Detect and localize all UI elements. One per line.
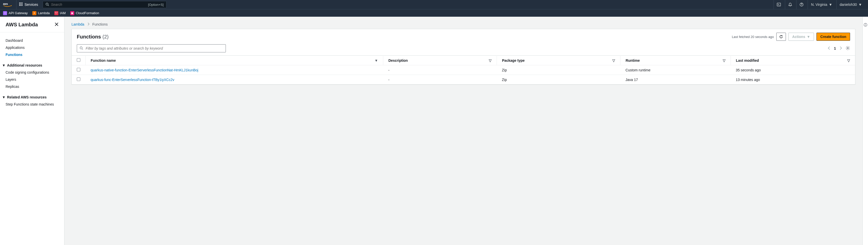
- user-label: danieloh30: [840, 3, 857, 7]
- svg-rect-6: [22, 4, 23, 5]
- cell-runtime: Java 17: [620, 75, 731, 84]
- favorite-label: CloudFormation: [76, 11, 99, 15]
- sort-icon[interactable]: ▼: [375, 58, 378, 62]
- favorite-iam[interactable]: 🛡 IAM: [54, 11, 66, 15]
- sort-icon[interactable]: ▽: [723, 58, 725, 62]
- svg-line-11: [48, 5, 49, 6]
- favorite-label: IAM: [60, 11, 66, 15]
- account-menu[interactable]: danieloh30 ▼: [836, 0, 865, 9]
- breadcrumb-current: Functions: [92, 22, 108, 26]
- nav-functions[interactable]: Functions: [5, 51, 59, 58]
- group-label-text: Related AWS resources: [7, 95, 47, 99]
- top-nav: aws Services [Option+S]: [0, 0, 868, 9]
- breadcrumb-lambda[interactable]: Lambda: [71, 22, 84, 26]
- sidebar-group-additional: ▼ Additional resources Code signing conf…: [0, 58, 64, 90]
- select-all-checkbox[interactable]: [77, 58, 80, 62]
- main-content: Lambda Functions Functions (2) Last fetc…: [64, 17, 868, 245]
- page-number: 1: [834, 46, 836, 50]
- svg-line-23: [82, 49, 83, 50]
- group-toggle-additional[interactable]: ▼ Additional resources: [2, 62, 59, 69]
- function-name-link[interactable]: quarkus-func-EnterServerlessFunction-tTB…: [91, 78, 174, 82]
- info-panel-rail[interactable]: [863, 17, 868, 245]
- svg-rect-1: [19, 3, 20, 3]
- filter-input-wrapper[interactable]: [77, 44, 226, 52]
- sort-icon[interactable]: ▽: [612, 58, 615, 62]
- cell-package-type: Zip: [497, 75, 620, 84]
- aws-logo[interactable]: aws: [3, 0, 17, 9]
- filter-input[interactable]: [86, 46, 223, 50]
- refresh-button[interactable]: [776, 33, 786, 41]
- row-checkbox[interactable]: [77, 78, 80, 81]
- row-checkbox[interactable]: [77, 68, 80, 72]
- cell-runtime: Custom runtime: [620, 65, 731, 75]
- svg-point-22: [80, 47, 82, 49]
- svg-rect-8: [21, 5, 21, 6]
- svg-rect-9: [22, 5, 23, 6]
- next-page[interactable]: [839, 46, 842, 51]
- nav-code-signing[interactable]: Code signing configurations: [5, 69, 59, 76]
- panel-title: Functions (2): [77, 34, 108, 40]
- nav-step-functions[interactable]: Step Functions state machines: [5, 101, 59, 108]
- cell-description: -: [383, 75, 497, 84]
- create-function-button[interactable]: Create function: [816, 33, 850, 41]
- panel-header: Functions (2) Last fetched 20 seconds ag…: [72, 29, 855, 42]
- favorite-label: API Gateway: [8, 11, 28, 15]
- global-search-input[interactable]: [51, 3, 148, 7]
- table-row: quarkus-func-EnterServerlessFunction-tTB…: [72, 75, 855, 84]
- favorite-lambda[interactable]: λ Lambda: [32, 11, 50, 15]
- last-fetched-text: Last fetched 20 seconds ago: [732, 35, 774, 39]
- svg-rect-2: [21, 3, 21, 3]
- services-menu[interactable]: Services: [19, 2, 38, 7]
- services-label: Services: [25, 3, 38, 7]
- nav-layers[interactable]: Layers: [5, 76, 59, 83]
- nav-dashboard[interactable]: Dashboard: [5, 37, 59, 44]
- function-name-link[interactable]: quarkus-native-function-EnterServerlessF…: [91, 68, 198, 72]
- nav-replicas[interactable]: Replicas: [5, 83, 59, 90]
- lambda-icon: λ: [32, 11, 36, 15]
- svg-point-24: [847, 47, 848, 49]
- search-icon: [45, 3, 49, 7]
- chevron-down-icon: ▼: [2, 63, 5, 67]
- col-runtime: Runtime: [625, 58, 640, 62]
- info-icon: [864, 23, 867, 245]
- prev-page[interactable]: [828, 46, 830, 51]
- favorite-api-gateway[interactable]: ⎔ API Gateway: [3, 11, 28, 15]
- page-body: AWS Lambda Dashboard Applications Functi…: [0, 17, 868, 245]
- cloudshell-button[interactable]: [774, 0, 784, 9]
- nav-applications[interactable]: Applications: [5, 44, 59, 51]
- favorite-cloudformation[interactable]: ▣ CloudFormation: [70, 11, 99, 15]
- notifications-button[interactable]: [785, 0, 795, 9]
- sidebar-close-button[interactable]: [55, 22, 59, 27]
- caret-down-icon: ▼: [859, 3, 862, 7]
- col-package-type: Package type: [502, 58, 525, 62]
- sort-icon[interactable]: ▽: [847, 58, 850, 62]
- svg-point-10: [46, 3, 48, 5]
- cell-last-modified: 13 minutes ago: [731, 75, 855, 84]
- settings-button[interactable]: [845, 46, 850, 51]
- favorite-label: Lambda: [38, 11, 50, 15]
- create-function-label: Create function: [820, 35, 846, 39]
- cell-package-type: Zip: [497, 65, 620, 75]
- actions-dropdown[interactable]: Actions ▼: [788, 33, 814, 41]
- svg-rect-3: [22, 3, 23, 3]
- caret-down-icon: ▼: [807, 35, 810, 39]
- functions-panel: Functions (2) Last fetched 20 seconds ag…: [71, 29, 856, 84]
- panel-count: (2): [102, 34, 108, 40]
- select-all-header: [72, 56, 86, 65]
- help-button[interactable]: [796, 0, 807, 9]
- topnav-right: N. Virginia ▼ danieloh30 ▼: [774, 0, 865, 9]
- group-toggle-related[interactable]: ▼ Related AWS resources: [2, 94, 59, 101]
- breadcrumb-separator: [87, 22, 89, 26]
- cloudformation-icon: ▣: [70, 11, 74, 15]
- sort-icon[interactable]: ▽: [489, 58, 492, 62]
- svg-rect-4: [19, 4, 20, 5]
- svg-rect-5: [21, 4, 21, 5]
- region-selector[interactable]: N. Virginia ▼: [808, 0, 835, 9]
- global-search[interactable]: [Option+S]: [43, 1, 166, 8]
- search-shortcut: [Option+S]: [148, 3, 164, 7]
- service-favorites-bar: ⎔ API Gateway λ Lambda 🛡 IAM ▣ CloudForm…: [0, 9, 868, 17]
- panel-title-text: Functions: [77, 34, 101, 40]
- iam-icon: 🛡: [54, 11, 58, 15]
- sidebar-nav: Dashboard Applications Functions: [0, 37, 64, 58]
- cell-last-modified: 35 seconds ago: [731, 65, 855, 75]
